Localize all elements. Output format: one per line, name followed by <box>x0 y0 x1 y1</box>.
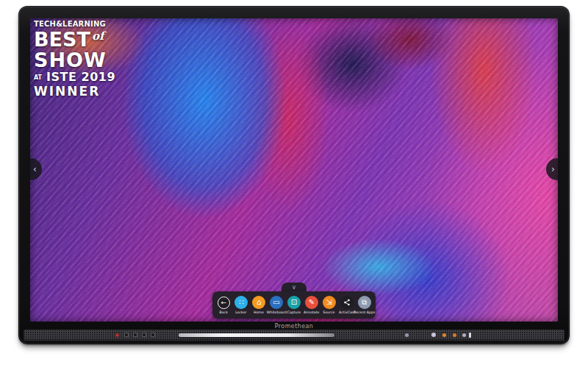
chevron-right-icon: › <box>551 165 555 174</box>
power-button <box>431 333 436 337</box>
dock-item-source[interactable]: ⇲ Source <box>320 296 337 315</box>
source-icon: ⇲ <box>323 296 336 309</box>
dock-item-back[interactable]: ← Back <box>215 297 232 315</box>
source-switch-button <box>469 333 471 338</box>
error-led <box>116 334 118 336</box>
award-badge: TECH&LEARNING BEST of SHOW AT ISTE 2019 … <box>34 21 123 98</box>
back-arrow-glyph: ← <box>221 299 227 306</box>
capture-icon: ⊡ <box>287 296 301 309</box>
board-glyph: ▭ <box>273 299 279 306</box>
dock-item-locker[interactable]: ∷ Locker <box>233 296 250 315</box>
dock-item-label: Locker <box>236 310 247 313</box>
recent-apps-icon: ⧉ <box>358 296 371 309</box>
dock-item-label: Back <box>220 310 228 313</box>
right-edge-menu-handle[interactable]: › <box>546 158 558 180</box>
menu-collapse-handle[interactable]: ∨ <box>282 283 306 291</box>
touch-port-icon <box>151 333 155 337</box>
chevron-down-icon: ∨ <box>292 285 296 291</box>
badge-title-best: BEST of <box>34 29 123 49</box>
dock-item-recent-apps[interactable]: ⧉ Recent Apps <box>356 296 373 315</box>
stacked-windows-glyph: ⧉ <box>362 299 367 306</box>
dock-item-whiteboard[interactable]: ▭ Whiteboard <box>268 296 285 315</box>
dock-item-label: Home <box>254 310 264 313</box>
annotate-icon: ✎ <box>305 296 318 309</box>
badge-subtitle: AT ISTE 2019 <box>34 71 123 83</box>
chevron-left-icon: ‹ <box>33 165 37 174</box>
left-edge-menu-handle[interactable]: ‹ <box>30 158 42 180</box>
dock-item-annotate[interactable]: ✎ Annotate <box>303 296 320 315</box>
badge-of-script: of <box>92 31 104 42</box>
activpanel-display: TECH&LEARNING BEST of SHOW AT ISTE 2019 … <box>18 6 570 344</box>
dock-item-label: ActivCast <box>339 310 355 313</box>
dock-item-home[interactable]: ⌂ Home <box>251 296 268 315</box>
power-led <box>405 333 409 337</box>
volume-down-button <box>453 333 456 337</box>
share-icon <box>340 296 354 309</box>
source-arrow-glyph: ⇲ <box>326 299 332 306</box>
dock-item-activcast[interactable]: ActivCast <box>338 296 355 315</box>
home-icon: ⌂ <box>252 296 265 309</box>
dock-item-label: Whiteboard <box>266 310 286 313</box>
whiteboard-icon: ▭ <box>270 296 283 309</box>
home-glyph: ⌂ <box>257 299 261 306</box>
dock-item-capture[interactable]: ⊡ Capture <box>285 296 302 315</box>
share-nodes-glyph <box>343 299 351 306</box>
dock-item-label: Annotate <box>304 310 319 313</box>
badge-iste-text: ISTE 2019 <box>46 70 115 84</box>
freeze-button <box>462 333 466 337</box>
dock-item-label: Recent Apps <box>354 310 375 313</box>
dock-item-label: Source <box>323 310 335 313</box>
speaker-grille-bar <box>24 330 564 341</box>
unified-menu: ∨ ← Back ∷ Locker ⌂ Home ▭ Whiteboard <box>212 283 376 319</box>
brand-logo: Promethean <box>18 323 570 330</box>
volume-up-button <box>442 333 446 337</box>
usb-port-icon <box>124 333 129 337</box>
badge-title-show: SHOW <box>34 50 123 70</box>
badge-publication: TECH&LEARNING <box>34 21 123 28</box>
pen-tray <box>179 333 334 337</box>
hdmi-port-icon <box>142 333 146 337</box>
back-icon: ← <box>218 297 230 309</box>
usb-port-icon <box>133 333 137 337</box>
dock: ← Back ∷ Locker ⌂ Home ▭ Whiteboard ⊡ <box>212 291 376 319</box>
locker-icon: ∷ <box>234 296 248 309</box>
dock-item-label: Capture <box>287 310 301 313</box>
badge-winner-text: WINNER <box>34 85 123 98</box>
badge-best-text: BEST <box>34 29 90 49</box>
badge-at-text: AT <box>34 74 42 81</box>
touchscreen-wallpaper[interactable]: TECH&LEARNING BEST of SHOW AT ISTE 2019 … <box>30 18 558 322</box>
grid-glyph: ∷ <box>239 299 243 306</box>
pen-glyph: ✎ <box>309 299 315 306</box>
capture-frame-glyph: ⊡ <box>291 299 297 306</box>
